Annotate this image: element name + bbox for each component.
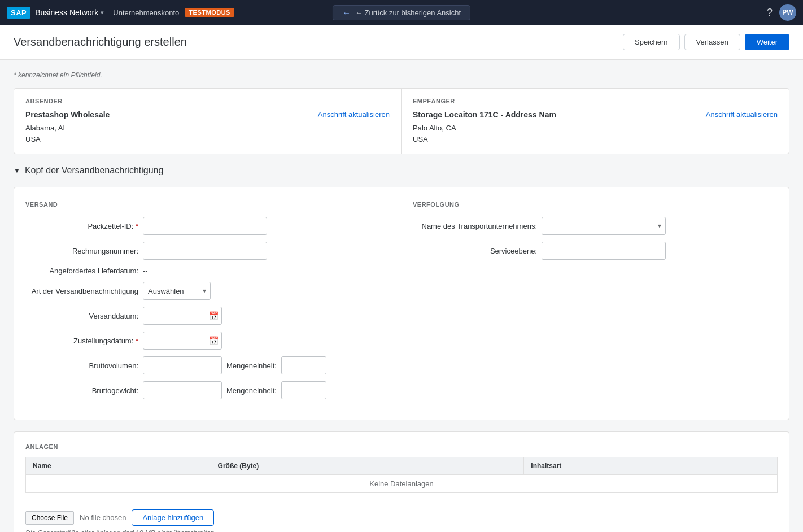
- sap-logo: SAP: [7, 7, 30, 19]
- art-versand-select[interactable]: Auswählen Standardlieferung Expressliefe…: [143, 282, 211, 300]
- recipient-address-line1: Palo Alto, CA: [413, 123, 778, 134]
- top-nav-right: ? PW: [767, 4, 796, 21]
- choose-file-button[interactable]: Choose File: [25, 511, 74, 525]
- rechnungsnummer-field: Rechnungsnummer:: [25, 242, 390, 260]
- recipient-section-title: EMPFÄNGER: [413, 98, 778, 104]
- anlagen-title: ANLAGEN: [25, 443, 778, 450]
- shipment-header-title: Kopf der Versandbenachrichtigung: [25, 165, 164, 176]
- art-versand-select-wrapper: Auswählen Standardlieferung Expressliefe…: [143, 282, 211, 300]
- shipment-form-section: VERSAND Packzettel-ID: Rechnungsnummer: …: [14, 187, 789, 420]
- art-versand-field: Art der Versandbenachrichtigung Auswähle…: [25, 282, 390, 300]
- versand-col: VERSAND Packzettel-ID: Rechnungsnummer: …: [25, 201, 390, 406]
- add-anlage-button[interactable]: Anlage hinzufügen: [132, 509, 214, 526]
- address-row: ABSENDER Prestashop Wholesale Anschrift …: [14, 88, 789, 154]
- mengeneinheit2-input[interactable]: [281, 381, 326, 399]
- lieferdatum-field: Angefordertes Lieferdatum: --: [25, 267, 390, 275]
- anlagen-table: Name Größe (Byte) Inhaltsart Keine Datei…: [25, 457, 778, 493]
- serviceebene-label: Serviceebene:: [413, 247, 537, 255]
- user-avatar[interactable]: PW: [779, 4, 796, 21]
- sender-address-line2: USA: [25, 134, 390, 145]
- transportunternehmen-select-wrapper: [542, 217, 666, 235]
- no-file-chosen-label: No file chosen: [80, 513, 126, 522]
- main-content: * kennzeichnet ein Pflichtfeld. ABSENDER…: [0, 60, 803, 532]
- sender-section-title: ABSENDER: [25, 98, 390, 104]
- nav-chevron-icon: ▾: [101, 9, 104, 16]
- zustellungsdatum-input[interactable]: [143, 332, 222, 350]
- bruttovolumen-input[interactable]: [143, 356, 222, 374]
- back-arrow-icon: ←: [342, 8, 351, 18]
- lieferdatum-value: --: [143, 267, 148, 275]
- sender-address-line1: Alabama, AL: [25, 123, 390, 134]
- rechnungsnummer-input[interactable]: [143, 242, 267, 260]
- mengeneinheit2-label: Mengeneinheit:: [226, 386, 277, 395]
- shipment-header-toggle[interactable]: ▼ Kopf der Versandbenachrichtigung: [14, 165, 789, 176]
- zustellungsdatum-field: Zustellungsdatum: 📅: [25, 332, 390, 350]
- brand-name: Business Network: [35, 8, 98, 17]
- serviceebene-field: Serviceebene:: [413, 242, 778, 260]
- anlagen-empty-row: Keine Dateianlagen: [26, 475, 778, 493]
- collapse-arrow-icon: ▼: [14, 167, 20, 175]
- anlagen-col-type: Inhaltsart: [524, 457, 778, 475]
- bruttogewicht-field: Bruttogewicht: Mengeneinheit:: [25, 381, 390, 399]
- account-label[interactable]: Unternehmenskonto: [113, 8, 179, 17]
- transportunternehmen-select[interactable]: [542, 217, 666, 235]
- bruttogewicht-input[interactable]: [143, 381, 222, 399]
- verfolgung-title: VERFOLGUNG: [413, 201, 778, 208]
- sender-update-link[interactable]: Anschrift aktualisieren: [318, 110, 390, 119]
- recipient-update-link[interactable]: Anschrift aktualisieren: [706, 110, 778, 119]
- anlagen-col-name: Name: [26, 457, 211, 475]
- page-title: Versandbenachrichtigung erstellen: [14, 36, 187, 49]
- zustellungsdatum-wrapper: 📅: [143, 332, 222, 350]
- save-button[interactable]: Speichern: [623, 34, 680, 50]
- header-actions: Speichern Verlassen Weiter: [623, 34, 789, 50]
- recipient-section: EMPFÄNGER Storage Locaiton 171C - Addres…: [401, 89, 789, 154]
- required-note: * kennzeichnet ein Pflichtfeld.: [14, 71, 789, 79]
- versanddatum-label: Versanddatum:: [25, 312, 138, 320]
- recipient-company: Storage Locaiton 171C - Address Nam: [413, 110, 556, 119]
- bruttovolumen-label: Bruttovolumen:: [25, 361, 138, 370]
- verfolgung-col: VERFOLGUNG Name des Transportunternehmen…: [413, 201, 778, 406]
- serviceebene-input[interactable]: [542, 242, 666, 260]
- anlagen-col-size: Größe (Byte): [211, 457, 524, 475]
- recipient-address-line2: USA: [413, 134, 778, 145]
- form-two-col: VERSAND Packzettel-ID: Rechnungsnummer: …: [25, 201, 778, 406]
- next-button[interactable]: Weiter: [745, 34, 789, 50]
- sender-company: Prestashop Wholesale: [25, 110, 110, 119]
- back-banner-label: ← Zurück zur bisherigen Ansicht: [355, 8, 461, 17]
- page-header: Versandbenachrichtigung erstellen Speich…: [0, 25, 803, 60]
- art-versand-label: Art der Versandbenachrichtigung: [25, 287, 138, 295]
- anlagen-empty-message: Keine Dateianlagen: [26, 475, 778, 493]
- transportunternehmen-field: Name des Transportunternehmens:: [413, 217, 778, 235]
- recipient-main-row: Storage Locaiton 171C - Address Nam Ansc…: [413, 110, 778, 119]
- mengeneinheit1-input[interactable]: [281, 356, 326, 374]
- help-icon[interactable]: ?: [767, 7, 773, 19]
- lieferdatum-label: Angefordertes Lieferdatum:: [25, 267, 138, 275]
- sender-section: ABSENDER Prestashop Wholesale Anschrift …: [14, 89, 401, 154]
- packzettel-field: Packzettel-ID:: [25, 217, 390, 235]
- versand-title: VERSAND: [25, 201, 390, 208]
- bruttogewicht-label: Bruttogewicht:: [25, 386, 138, 395]
- anlagen-divider: [25, 500, 778, 500]
- mengeneinheit1-label: Mengeneinheit:: [226, 361, 277, 370]
- file-row: Choose File No file chosen Anlage hinzuf…: [25, 509, 778, 526]
- transportunternehmen-label: Name des Transportunternehmens:: [413, 222, 537, 230]
- versanddatum-wrapper: 📅: [143, 307, 222, 325]
- versanddatum-input[interactable]: [143, 307, 222, 325]
- bruttovolumen-field: Bruttovolumen: Mengeneinheit:: [25, 356, 390, 374]
- file-size-note: Die Gesamtgröße aller Anlagen darf 10 MB…: [25, 529, 778, 532]
- zustellungsdatum-label: Zustellungsdatum:: [25, 337, 138, 345]
- anlagen-section: ANLAGEN Name Größe (Byte) Inhaltsart Kei…: [14, 431, 789, 532]
- sender-main-row: Prestashop Wholesale Anschrift aktualisi…: [25, 110, 390, 119]
- packzettel-label: Packzettel-ID:: [25, 222, 138, 230]
- versanddatum-field: Versanddatum: 📅: [25, 307, 390, 325]
- top-navigation: SAP Business Network ▾ Unternehmenskonto…: [0, 0, 803, 25]
- leave-button[interactable]: Verlassen: [684, 34, 740, 50]
- testmodus-badge: TESTMODUS: [185, 8, 234, 17]
- packzettel-input[interactable]: [143, 217, 267, 235]
- back-banner[interactable]: ← ← Zurück zur bisherigen Ansicht: [333, 5, 470, 20]
- rechnungsnummer-label: Rechnungsnummer:: [25, 247, 138, 255]
